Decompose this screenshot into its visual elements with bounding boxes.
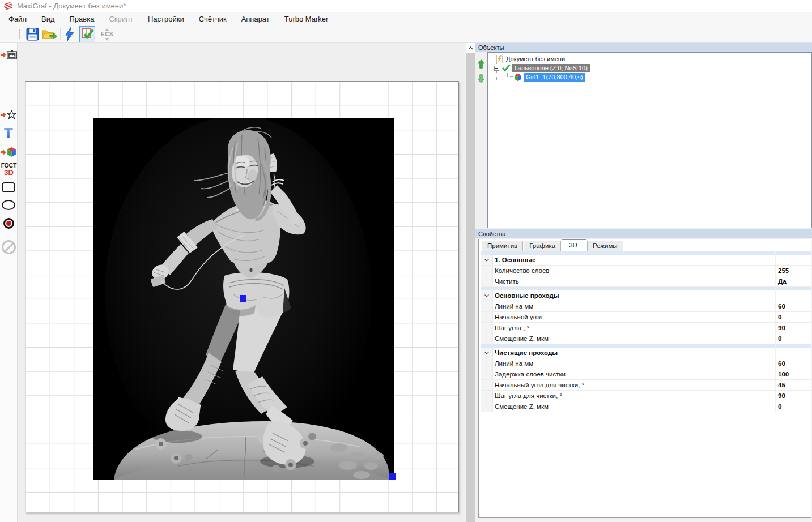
export-button[interactable] — [41, 27, 58, 42]
group-label: 1. Основные — [493, 256, 535, 263]
tab-graphics[interactable]: Графика — [524, 241, 561, 251]
property-value[interactable]: 60 — [778, 360, 785, 367]
menu-edit[interactable]: Правка — [62, 13, 102, 25]
app-window: MaxiGraf - Документ без имени* Файл Вид … — [0, 0, 812, 522]
gost-3d-label: 3D — [0, 169, 18, 177]
menu-settings[interactable]: Настройки — [141, 13, 192, 25]
rounded-rect-tool[interactable] — [2, 182, 15, 192]
ellipse-icon — [2, 200, 15, 210]
property-row[interactable]: Линий на мм 60 — [481, 301, 811, 312]
row-gutter — [481, 358, 493, 369]
gost-3d-tool[interactable]: ГОСТ 3D — [0, 162, 18, 177]
tab-3d[interactable]: 3D — [562, 239, 586, 251]
text-tool[interactable]: T — [4, 126, 13, 140]
property-row[interactable]: Количество слоев 255 — [481, 266, 811, 276]
tree-item-girl[interactable]: Girl1_1(70,800,40,ч) — [514, 72, 585, 82]
property-value[interactable]: 0 — [778, 314, 781, 320]
row-gutter — [481, 401, 493, 412]
collapse-expander-icon[interactable] — [494, 66, 499, 71]
property-value[interactable]: 100 — [778, 371, 789, 378]
tree-item-label: Гальвополе (Z:0; NoS:10) — [512, 64, 590, 72]
property-row[interactable]: Задержка слоев чистки 100 — [481, 369, 811, 380]
property-group-header[interactable]: Чистящие проходы — [481, 348, 811, 358]
property-label: Линий на мм — [493, 360, 533, 367]
group-gutter — [481, 255, 493, 265]
ellipse-tool[interactable] — [2, 200, 15, 210]
save-button[interactable] — [24, 27, 40, 42]
property-row[interactable]: Шаг угла , ° 90 — [481, 323, 811, 333]
chevron-up-icon — [468, 46, 473, 50]
menu-counter[interactable]: Счётчик — [192, 13, 234, 25]
property-value[interactable]: Да — [778, 278, 787, 285]
filled-circle-tool[interactable] — [3, 218, 14, 229]
property-row[interactable]: Чистить Да — [481, 276, 811, 287]
app-logo-icon — [4, 2, 12, 10]
property-group-header[interactable]: Основные проходы — [481, 290, 811, 301]
property-row[interactable]: Начальный угол для чистки, ° 45 — [481, 380, 811, 391]
row-gutter — [481, 323, 493, 333]
menu-view[interactable]: Вид — [34, 13, 62, 25]
group-label: Основные проходы — [493, 292, 559, 299]
tree-item-label: Girl1_1(70,800,40,ч) — [524, 73, 585, 82]
property-row[interactable]: Линий на мм 60 — [481, 358, 811, 369]
picture-icon — [7, 50, 17, 59]
import-vector-tool[interactable] — [1, 110, 16, 119]
tab-primitive[interactable]: Примитив — [482, 241, 523, 251]
girl-3d-image-object[interactable] — [93, 118, 394, 480]
scrollbar-thumb[interactable] — [466, 53, 475, 522]
red-arrow-icon — [1, 149, 6, 155]
star-icon — [7, 110, 16, 119]
property-group-header[interactable]: 1. Основные — [481, 255, 811, 266]
row-gutter — [481, 333, 493, 344]
tree-item-galvo-field[interactable]: Гальвополе (Z:0; NoS:10) — [494, 63, 590, 72]
ecs-up-arrow-icon — [105, 28, 109, 31]
menu-turbo-marker[interactable]: Turbo Marker — [277, 13, 336, 25]
text-t-icon: T — [4, 126, 13, 140]
group-label: Чистящие проходы — [493, 349, 558, 356]
import-3d-tool[interactable] — [1, 147, 16, 157]
property-label: Шаг угла , ° — [493, 324, 529, 331]
property-row[interactable]: Шаг угла для чистки, ° 90 — [481, 391, 811, 401]
row-gutter — [481, 301, 493, 311]
red-arrow-icon — [1, 112, 6, 118]
move-down-button[interactable] — [477, 74, 485, 83]
property-value[interactable]: 0 — [778, 335, 781, 342]
menu-device[interactable]: Аппарат — [234, 13, 277, 25]
title-bar: MaxiGraf - Документ без имени* — [0, 0, 812, 12]
menu-file[interactable]: Файл — [1, 13, 34, 25]
property-row[interactable]: Начальной угол 0 — [481, 312, 811, 323]
cube-3d-icon — [514, 73, 522, 82]
selection-handle-center[interactable] — [240, 295, 246, 302]
folder-export-icon — [42, 28, 57, 41]
menu-script[interactable]: Скрипт — [101, 13, 141, 25]
row-gutter — [481, 266, 493, 276]
mark-button[interactable] — [62, 27, 76, 42]
tree-item-document[interactable]: Документ без имени — [496, 54, 565, 63]
tree-toolbar-grip — [477, 54, 484, 56]
canvas-work-area[interactable] — [25, 81, 459, 512]
selection-handle-corner[interactable] — [389, 473, 396, 480]
toolbar-separator — [60, 28, 61, 40]
galvo-field-toggle-button[interactable] — [79, 26, 95, 42]
move-up-button[interactable] — [477, 59, 485, 69]
property-row[interactable]: Смещение Z, мкм 0 — [481, 401, 811, 412]
property-value[interactable]: 255 — [778, 267, 789, 274]
property-label: Количество слоев — [493, 267, 549, 274]
window-title: MaxiGraf - Документ без имени* — [17, 2, 126, 10]
main-toolbar: ECS — [0, 25, 812, 43]
import-image-tool[interactable] — [1, 50, 17, 59]
disabled-tool[interactable] — [2, 240, 16, 254]
chevron-down-icon — [484, 352, 489, 354]
document-lightning-icon — [496, 55, 503, 63]
left-tool-strip: T ГОСТ 3D — [0, 43, 18, 522]
ecs-button[interactable]: ECS — [97, 27, 117, 42]
property-row[interactable]: Смещение Z, мкм 0 — [481, 333, 811, 344]
property-value[interactable]: 45 — [778, 382, 785, 388]
objects-tree-toolbar — [475, 52, 487, 228]
tab-modes[interactable]: Режимы — [587, 241, 623, 251]
property-value[interactable]: 60 — [778, 303, 785, 310]
property-value[interactable]: 90 — [778, 392, 785, 399]
property-value[interactable]: 90 — [778, 324, 785, 331]
property-value[interactable]: 0 — [778, 403, 781, 410]
scrollbar-up-button[interactable] — [466, 43, 475, 53]
